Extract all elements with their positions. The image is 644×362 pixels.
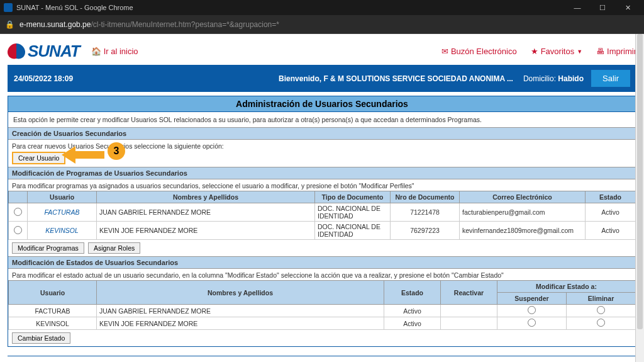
sunat-swirl-icon (8, 43, 25, 60)
user-link[interactable]: KEVINSOL (28, 222, 97, 240)
cambiar-estado-button[interactable]: Cambiar Estado (12, 332, 70, 344)
col-modificar-estado: Modificar Estado a: (497, 281, 636, 293)
table-row: KEVINSOL KEVIN JOE FERNANDEZ MORE DOC. N… (9, 222, 636, 240)
home-link[interactable]: 🏠 Ir al inicio (91, 47, 138, 56)
col-nombres: Nombres y Apellidos (97, 281, 384, 305)
star-icon: ★ (531, 47, 538, 56)
page-title: Administración de Usuarios Secundarios (8, 96, 636, 112)
asignar-roles-button[interactable]: Asignar Roles (88, 242, 140, 254)
url-display: e-menu.sunat.gob.pe/cl-ti-itmenu/MenuInt… (19, 20, 639, 29)
page-header: SUNAT 🏠 Ir al inicio ✉ Buzón Electrónico… (8, 38, 636, 65)
buzon-link[interactable]: ✉ Buzón Electrónico (441, 47, 517, 56)
col-estado: Estado (384, 281, 441, 305)
col-correo: Correo Electrónico (460, 191, 586, 203)
home-icon: 🏠 (91, 47, 101, 56)
col-suspender: Suspender (497, 293, 567, 305)
datetime-display: 24/05/2022 18:09 (14, 74, 73, 83)
vertical-scrollbar[interactable] (635, 34, 644, 362)
window-maximize-button[interactable]: ☐ (590, 0, 615, 15)
col-reactivar: Reactivar (441, 281, 497, 305)
col-eliminar: Eliminar (567, 293, 636, 305)
window-close-button[interactable]: ✕ (615, 0, 640, 15)
crear-usuario-button[interactable]: Crear Usuario (12, 152, 65, 164)
print-icon: 🖶 (596, 47, 604, 56)
col-estado: Estado (586, 191, 636, 203)
salir-button[interactable]: Salir (591, 70, 630, 87)
col-nombres: Nombres y Apellidos (97, 191, 315, 203)
domicilio-label: Domicilio: Habido (523, 74, 584, 83)
col-usuario: Usuario (28, 191, 97, 203)
col-usuario: Usuario (9, 281, 97, 305)
window-title: SUNAT - Menú SOL - Google Chrome (16, 4, 565, 11)
lock-icon: 🔒 (5, 20, 14, 29)
section-mod-estado-header: Modificación de Estados de Usuarios Secu… (8, 256, 636, 269)
table-row: FACTURAB JUAN GABRIEL FERNANDEZ MORE Act… (9, 305, 636, 317)
section-mod-prog-header: Modificación de Programas de Usuarios Se… (8, 167, 636, 179)
window-minimize-button[interactable]: — (565, 0, 590, 15)
mod-estado-hint: Para modificar el estado actual de un us… (12, 271, 632, 279)
modificar-programas-button[interactable]: Modificar Programas (12, 242, 84, 254)
create-hint: Para crear nuevos Usuarios Secundarios s… (12, 142, 632, 150)
user-link[interactable]: FACTURAB (28, 203, 97, 222)
col-nro-doc: Nro de Documento (391, 191, 460, 203)
eliminar-radio[interactable] (597, 319, 605, 327)
col-tipo-doc: Tipo de Documento (315, 191, 391, 203)
select-user-radio[interactable] (14, 226, 22, 234)
mod-prog-hint: Para modificar programas ya asignados a … (12, 182, 632, 189)
chevron-down-icon: ▼ (577, 48, 582, 55)
welcome-text: Bienvenido, F & M SOLUTIONS SERVICE SOCI… (73, 74, 523, 83)
window-titlebar: SUNAT - Menú SOL - Google Chrome — ☐ ✕ (0, 0, 644, 15)
users-programs-table: Usuario Nombres y Apellidos Tipo de Docu… (8, 191, 636, 240)
info-bar: 24/05/2022 18:09 Bienvenido, F & M SOLUT… (8, 65, 636, 92)
page-intro: Esta opción le permite crear y modificar… (8, 112, 636, 127)
favicon (4, 3, 13, 12)
table-row: FACTURAB JUAN GABRIEL FERNANDEZ MORE DOC… (9, 203, 636, 222)
favoritos-link[interactable]: ★ Favoritos ▼ (531, 47, 582, 56)
browser-address-bar[interactable]: 🔒 e-menu.sunat.gob.pe/cl-ti-itmenu/MenuI… (0, 15, 644, 34)
footer-copyright: Copyright © SUNAT 1997 - 2022 (8, 356, 636, 362)
table-row: KEVINSOL KEVIN JOE FERNANDEZ MORE Activo (9, 317, 636, 330)
sunat-logo: SUNAT (8, 42, 80, 61)
imprimir-link[interactable]: 🖶 Imprimir (596, 47, 636, 56)
select-user-radio[interactable] (14, 208, 22, 216)
eliminar-radio[interactable] (597, 306, 605, 314)
suspender-radio[interactable] (528, 306, 536, 314)
suspender-radio[interactable] (528, 319, 536, 327)
users-states-table: Usuario Nombres y Apellidos Estado React… (8, 280, 636, 330)
scrollbar-thumb[interactable] (637, 34, 643, 329)
section-create-header: Creación de Usuarios Secundarios (8, 127, 636, 140)
mail-icon: ✉ (441, 47, 448, 56)
main-panel: Administración de Usuarios Secundarios E… (8, 96, 636, 347)
